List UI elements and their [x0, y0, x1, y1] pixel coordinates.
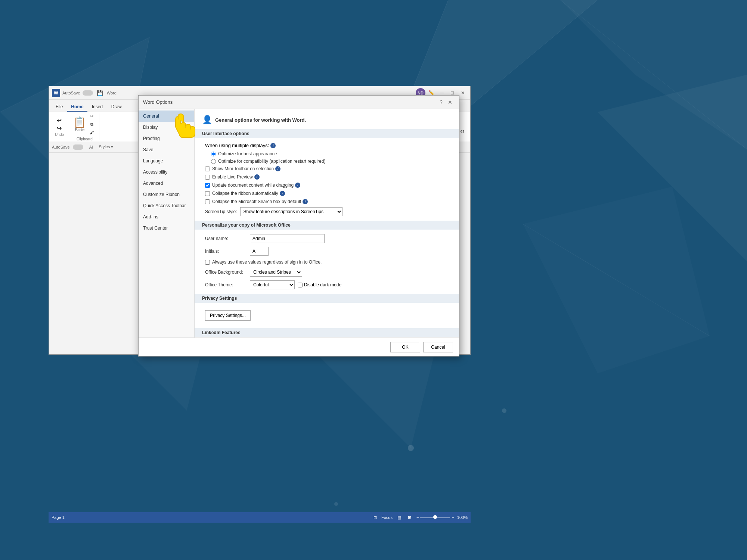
collapse-search-info-icon[interactable]: i — [303, 199, 308, 204]
mini-toolbar-info-icon[interactable]: i — [275, 166, 280, 171]
ui-options-title: User Interface options — [202, 131, 249, 136]
mini-toolbar-checkbox[interactable] — [205, 167, 210, 171]
collapse-search-row: Collapse the Microsoft Search box by def… — [202, 199, 452, 204]
screentip-select[interactable]: Show feature descriptions in ScreenTips … — [240, 207, 342, 216]
nav-item-add-ins[interactable]: Add-ins — [139, 211, 194, 223]
nav-item-advanced[interactable]: Advanced — [139, 178, 194, 189]
username-label: User name: — [205, 236, 250, 241]
screentip-label: ScreenTip style: — [205, 209, 237, 214]
dialog-body: General Display Proofing Save Language A… — [139, 109, 459, 337]
live-preview-label[interactable]: Enable Live Preview — [212, 174, 253, 180]
collapse-search-label[interactable]: Collapse the Microsoft Search box by def… — [212, 199, 301, 204]
nav-item-proofing[interactable]: Proofing — [139, 133, 194, 144]
content-inner: 👤 General options for working with Word.… — [195, 109, 459, 337]
multiple-displays-row: When using multiple displays: i — [202, 143, 452, 148]
live-preview-checkbox[interactable] — [205, 175, 210, 180]
office-theme-label: Office Theme: — [205, 282, 250, 287]
update-content-checkbox[interactable] — [205, 183, 210, 188]
always-use-checkbox[interactable] — [205, 260, 210, 265]
initials-input[interactable] — [250, 247, 269, 256]
always-use-row: Always use these values regardless of si… — [202, 259, 452, 265]
nav-item-accessibility[interactable]: Accessibility — [139, 167, 194, 178]
optimize-best-label[interactable]: Optimize for best appearance — [218, 151, 277, 156]
office-bg-row: Office Background: Circles and Stripes N… — [202, 268, 452, 277]
update-content-info-icon[interactable]: i — [295, 183, 300, 188]
optimize-compat-label[interactable]: Optimize for compatibility (application … — [218, 159, 325, 164]
initials-row: Initials: — [202, 247, 452, 256]
dialog-overlay: Word Options ? ✕ General Display Proofin… — [0, 0, 747, 560]
dialog-title: Word Options — [143, 99, 437, 105]
dialog-content[interactable]: 👤 General options for working with Word.… — [195, 109, 459, 337]
cancel-button[interactable]: Cancel — [423, 342, 453, 352]
optimize-best-row: Optimize for best appearance — [211, 151, 452, 156]
personalize-section-header: Personalize your copy of Microsoft Offic… — [195, 221, 459, 230]
office-bg-label: Office Background: — [205, 270, 250, 275]
update-content-row: Update document content while dragging i — [202, 183, 452, 188]
disable-dark-mode-row: Disable dark mode — [298, 282, 341, 287]
collapse-ribbon-checkbox[interactable] — [205, 191, 210, 196]
multiple-displays-info-icon[interactable]: i — [270, 143, 276, 148]
linkedin-section-header: LinkedIn Features — [195, 328, 459, 337]
privacy-section-header: Privacy Settings — [195, 294, 459, 303]
nav-item-save[interactable]: Save — [139, 144, 194, 155]
content-header: 👤 General options for working with Word. — [202, 115, 452, 125]
personalize-title: Personalize your copy of Microsoft Offic… — [202, 223, 291, 228]
nav-item-language[interactable]: Language — [139, 155, 194, 167]
dialog-nav: General Display Proofing Save Language A… — [139, 109, 195, 337]
privacy-title: Privacy Settings — [202, 296, 237, 301]
username-input[interactable] — [250, 234, 325, 243]
linkedin-title: LinkedIn Features — [202, 330, 241, 335]
collapse-search-checkbox[interactable] — [205, 199, 210, 204]
header-person-icon: 👤 — [202, 115, 212, 125]
update-content-label[interactable]: Update document content while dragging — [212, 183, 294, 188]
nav-item-quick-access[interactable]: Quick Access Toolbar — [139, 200, 194, 211]
always-use-label[interactable]: Always use these values regardless of si… — [212, 259, 322, 265]
radio-options-group: Optimize for best appearance Optimize fo… — [202, 151, 452, 164]
dialog-footer: OK Cancel — [139, 337, 459, 356]
dialog-titlebar: Word Options ? ✕ — [139, 96, 459, 109]
optimize-compat-row: Optimize for compatibility (application … — [211, 159, 452, 164]
office-theme-select[interactable]: Colorful Dark Gray Black White — [250, 280, 295, 289]
content-header-text: General options for working with Word. — [215, 117, 306, 123]
ok-button[interactable]: OK — [390, 342, 420, 352]
privacy-btn-row: Privacy Settings... — [202, 307, 452, 324]
nav-item-trust-center[interactable]: Trust Center — [139, 223, 194, 234]
collapse-ribbon-row: Collapse the ribbon automatically i — [202, 191, 452, 196]
disable-dark-mode-label[interactable]: Disable dark mode — [304, 282, 341, 287]
multiple-displays-label: When using multiple displays: — [205, 143, 269, 148]
live-preview-row: Enable Live Preview i — [202, 174, 452, 180]
nav-item-display[interactable]: Display — [139, 122, 194, 133]
mini-toolbar-label: Show Mini Toolbar on selection — [212, 166, 274, 171]
screentip-row: ScreenTip style: Show feature descriptio… — [202, 207, 452, 216]
collapse-ribbon-label[interactable]: Collapse the ribbon automatically — [212, 191, 278, 196]
office-bg-select[interactable]: Circles and Stripes No Background Clouds… — [250, 268, 302, 277]
live-preview-info-icon[interactable]: i — [254, 174, 260, 180]
initials-label: Initials: — [205, 249, 250, 254]
show-prefix: Sh — [212, 166, 218, 171]
disable-dark-mode-checkbox[interactable] — [298, 283, 303, 287]
nav-item-customize-ribbon[interactable]: Customize Ribbon — [139, 189, 194, 200]
word-options-dialog: Word Options ? ✕ General Display Proofin… — [138, 95, 459, 357]
mini-toolbar-row: Show Mini Toolbar on selection i — [202, 166, 452, 171]
nav-item-general[interactable]: General — [139, 111, 194, 122]
privacy-settings-button[interactable]: Privacy Settings... — [205, 310, 251, 321]
username-row: User name: — [202, 234, 452, 243]
optimize-compat-radio[interactable] — [211, 159, 216, 164]
collapse-ribbon-info-icon[interactable]: i — [280, 191, 285, 196]
optimize-best-radio[interactable] — [211, 152, 216, 156]
ui-options-section-header: User Interface options — [195, 129, 459, 138]
office-theme-row: Office Theme: Colorful Dark Gray Black W… — [202, 280, 452, 289]
dialog-help-button[interactable]: ? — [437, 98, 446, 107]
dialog-close-button[interactable]: ✕ — [446, 98, 455, 107]
